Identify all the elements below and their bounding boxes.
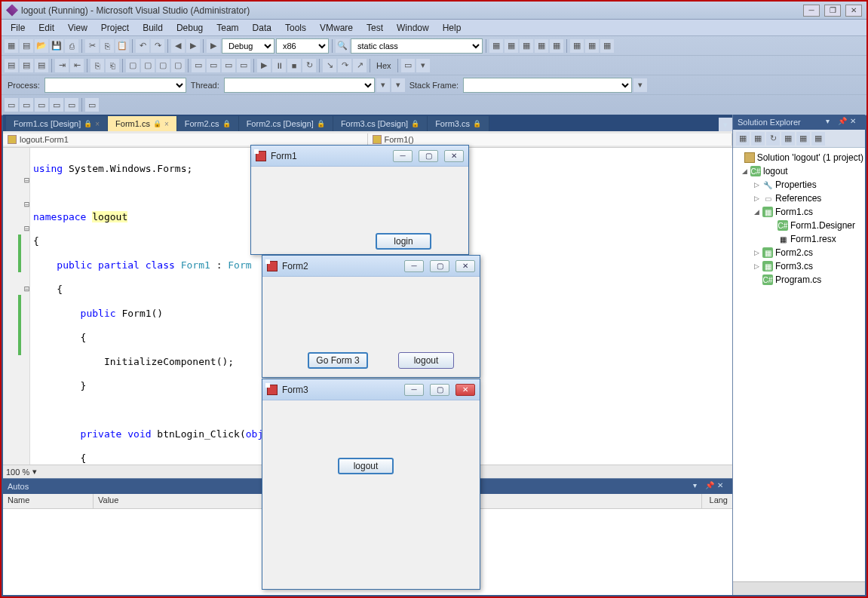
redo-icon[interactable]: ↷ xyxy=(151,39,164,53)
form2-window[interactable]: Form2 ─ ▢ ✕ Go Form 3 logout xyxy=(262,255,480,378)
menu-help[interactable]: Help xyxy=(437,21,468,35)
expand-icon[interactable]: ▷ xyxy=(753,262,760,270)
tool-icon-6[interactable]: ▦ xyxy=(570,39,584,53)
pin-icon[interactable]: 📌 xyxy=(705,481,716,492)
window-menu-icon[interactable]: ▾ xyxy=(826,117,836,127)
minimize-button[interactable]: ─ xyxy=(393,150,413,162)
tree-program[interactable]: C#Program.cs xyxy=(735,273,863,287)
show-all-icon[interactable]: ▦ xyxy=(751,132,765,146)
solution-tree[interactable]: Solution 'logout' (1 project) ◢C#logout … xyxy=(733,148,865,581)
menu-build[interactable]: Build xyxy=(136,21,169,35)
continue-icon[interactable]: ▶ xyxy=(257,59,271,72)
stack-tool-1[interactable]: ▾ xyxy=(633,78,647,92)
cut-icon[interactable]: ✂ xyxy=(85,39,99,53)
tab-dropdown-icon[interactable]: ▾ xyxy=(719,118,732,131)
expand-icon[interactable]: ◢ xyxy=(741,167,748,175)
tab-form2-design[interactable]: Form2.cs [Design]🔒 xyxy=(239,116,333,131)
go-form3-button[interactable]: Go Form 3 xyxy=(308,352,368,369)
tree-references[interactable]: ▷▭References xyxy=(735,192,863,205)
outline-collapse-icon[interactable]: ⊟ xyxy=(24,175,29,186)
thread-tool-2[interactable]: ▾ xyxy=(391,78,405,92)
open-icon[interactable]: 📂 xyxy=(35,39,48,53)
login-button[interactable]: login xyxy=(376,233,431,250)
close-icon[interactable]: × xyxy=(95,120,100,128)
tool-icon-1[interactable]: ▦ xyxy=(489,39,503,53)
breakpoint-tool-2[interactable]: ▾ xyxy=(416,59,430,72)
member-dropdown[interactable]: Form1() xyxy=(368,133,733,146)
sidebar-scrollbar[interactable] xyxy=(733,581,865,595)
platform-dropdown[interactable]: x86 xyxy=(276,38,329,54)
menu-test[interactable]: Test xyxy=(360,21,389,35)
menu-window[interactable]: Window xyxy=(391,21,435,35)
close-icon[interactable]: × xyxy=(164,120,169,128)
form1-window[interactable]: Form1 ─ ▢ ✕ login xyxy=(250,145,469,255)
window-tool-4[interactable]: ▭ xyxy=(237,59,250,72)
step-over-icon[interactable]: ↷ xyxy=(338,59,351,72)
process-dropdown[interactable] xyxy=(44,78,186,93)
find-dropdown[interactable]: static class xyxy=(351,38,483,54)
indent-icon[interactable]: ⇥ xyxy=(55,59,69,72)
bookmark-icon[interactable]: ▢ xyxy=(126,59,140,72)
tab-form2-cs[interactable]: Form2.cs🔒 xyxy=(177,116,239,131)
properties-icon[interactable]: ▦ xyxy=(736,132,750,146)
nav-fwd-icon[interactable]: ▶ xyxy=(186,39,200,53)
add-item-icon[interactable]: ▤ xyxy=(20,39,33,53)
type-dropdown[interactable]: logout.Form1 xyxy=(3,133,368,146)
menu-view[interactable]: View xyxy=(62,21,94,35)
minimize-button[interactable]: ─ xyxy=(404,384,424,396)
menu-edit[interactable]: Edit xyxy=(32,21,60,35)
tool-icon-7[interactable]: ▦ xyxy=(585,39,599,53)
tree-properties[interactable]: ▷🔧Properties xyxy=(735,178,863,192)
copy-icon[interactable]: ⎘ xyxy=(100,39,114,53)
bookmark-next-icon[interactable]: ▢ xyxy=(141,59,155,72)
outdent-icon[interactable]: ⇤ xyxy=(70,59,84,72)
config-dropdown[interactable]: Debug xyxy=(222,38,275,54)
pause-icon[interactable]: ⏸ xyxy=(272,59,286,72)
maximize-button[interactable]: ▢ xyxy=(419,150,438,162)
logout-button[interactable]: logout xyxy=(398,352,454,369)
view-designer-icon[interactable]: ▦ xyxy=(796,132,810,146)
step-into-icon[interactable]: ↘ xyxy=(323,59,336,72)
maximize-button[interactable]: ▢ xyxy=(430,260,449,272)
text-tool-3[interactable]: ▤ xyxy=(35,59,48,72)
form1-titlebar[interactable]: Form1 ─ ▢ ✕ xyxy=(251,146,468,167)
menu-project[interactable]: Project xyxy=(95,21,135,35)
undo-icon[interactable]: ↶ xyxy=(136,39,149,53)
zoom-dropdown-icon[interactable]: ▾ xyxy=(32,467,37,477)
stop-icon[interactable]: ■ xyxy=(287,59,301,72)
close-icon[interactable]: ✕ xyxy=(717,481,728,492)
tree-form1-designer[interactable]: C#Form1.Designer xyxy=(735,219,863,232)
save-all-icon[interactable]: ⎙ xyxy=(65,39,78,53)
minimize-button[interactable]: ─ xyxy=(803,5,820,17)
row4-tool-3[interactable]: ▭ xyxy=(35,98,48,112)
autos-col-name[interactable]: Name xyxy=(3,494,94,508)
close-button[interactable]: ✕ xyxy=(444,150,464,162)
restore-button[interactable]: ❐ xyxy=(824,5,841,17)
tool-icon-5[interactable]: ▦ xyxy=(550,39,563,53)
tab-form3-design[interactable]: Form3.cs [Design]🔒 xyxy=(333,116,428,131)
text-tool-2[interactable]: ▤ xyxy=(20,59,33,72)
bookmark-clear-icon[interactable]: ▢ xyxy=(171,59,185,72)
save-icon[interactable]: 💾 xyxy=(50,39,63,53)
expand-icon[interactable]: ▷ xyxy=(753,195,760,202)
bookmark-prev-icon[interactable]: ▢ xyxy=(156,59,170,72)
minimize-button[interactable]: ─ xyxy=(404,260,424,272)
expand-icon[interactable]: ▷ xyxy=(753,181,760,189)
text-tool-1[interactable]: ▤ xyxy=(5,59,18,72)
tab-form1-cs[interactable]: Form1.cs🔒× xyxy=(108,116,177,131)
new-project-icon[interactable]: ▦ xyxy=(5,39,18,53)
uncomment-icon[interactable]: ⎗ xyxy=(106,59,119,72)
maximize-button[interactable]: ▢ xyxy=(430,384,449,396)
comment-icon[interactable]: ⎘ xyxy=(90,59,104,72)
pin-icon[interactable]: 📌 xyxy=(838,117,848,127)
row4-tool-6[interactable]: ▭ xyxy=(85,98,99,112)
tool-icon-2[interactable]: ▦ xyxy=(505,39,518,53)
close-icon[interactable]: ✕ xyxy=(850,117,860,127)
breakpoint-tool-1[interactable]: ▭ xyxy=(401,59,415,72)
refresh-icon[interactable]: ↻ xyxy=(766,132,780,146)
restart-icon[interactable]: ↻ xyxy=(302,59,316,72)
tool-icon-4[interactable]: ▦ xyxy=(535,39,548,53)
stack-dropdown[interactable] xyxy=(463,78,632,93)
thread-tool-1[interactable]: ▾ xyxy=(376,78,390,92)
tool-icon-3[interactable]: ▦ xyxy=(520,39,533,53)
